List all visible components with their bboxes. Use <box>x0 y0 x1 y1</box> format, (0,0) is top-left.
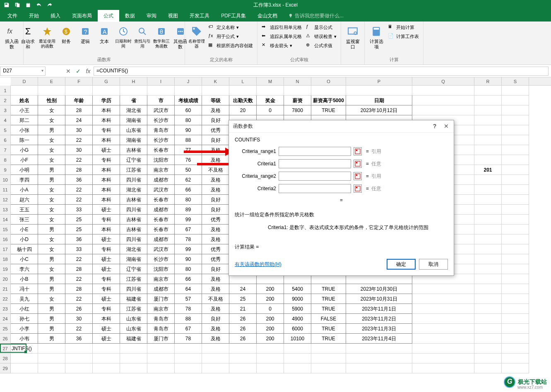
table-cell[interactable]: TRUE <box>311 105 346 115</box>
table-cell[interactable]: 良好 <box>202 135 229 145</box>
table-cell[interactable]: 2023年10月12日 <box>346 105 412 115</box>
table-cell[interactable]: 女 <box>38 145 65 155</box>
table-cell[interactable]: 78 <box>175 304 202 314</box>
table-cell[interactable]: 专科 <box>93 155 120 165</box>
redo-icon[interactable] <box>46 1 54 9</box>
table-cell[interactable]: 陈一 <box>11 135 38 145</box>
row-header[interactable]: 29 <box>0 363 11 373</box>
table-header-cell[interactable]: 姓名 <box>11 96 38 105</box>
table-cell[interactable]: 成都市 <box>147 284 175 294</box>
col-header[interactable]: H <box>120 77 147 85</box>
table-cell[interactable]: 吉林省 <box>120 145 147 155</box>
table-cell[interactable]: 80 <box>175 195 202 205</box>
table-cell[interactable]: 优秀 <box>202 125 229 135</box>
logical-button[interactable]: ?逻辑 <box>76 23 94 56</box>
col-header[interactable]: E <box>38 77 65 85</box>
table-cell[interactable]: 硕士 <box>93 334 120 344</box>
table-cell[interactable]: 及格 <box>202 274 229 284</box>
table-cell[interactable]: 吉林省 <box>120 225 147 234</box>
table-cell[interactable]: 30 <box>65 125 93 135</box>
table-cell[interactable]: 女 <box>38 155 65 165</box>
table-cell[interactable]: 硕士 <box>93 145 120 155</box>
table-header-cell[interactable]: 日期 <box>346 96 412 105</box>
table-cell[interactable]: 小红 <box>11 304 38 314</box>
row-header[interactable]: 22 <box>0 294 11 304</box>
table-cell[interactable]: 南京市 <box>147 274 175 284</box>
col-header[interactable]: L <box>229 77 257 85</box>
table-cell[interactable]: 硕士 <box>93 254 120 264</box>
table-cell[interactable]: 四川省 <box>120 205 147 215</box>
worksheet-grid[interactable]: DEFGHIJKLMNOPQRS123456789101112131415161… <box>0 77 551 86</box>
table-cell[interactable]: 22 <box>65 254 93 264</box>
table-cell[interactable]: 女 <box>38 264 65 274</box>
table-cell[interactable]: 25 <box>65 215 93 225</box>
table-cell[interactable]: 辽宁省 <box>120 155 147 165</box>
table-cell[interactable]: 24 <box>229 284 257 294</box>
eval-formula-button[interactable]: ⊕公式求值 <box>304 41 338 50</box>
table-header-cell[interactable]: 奖金 <box>257 96 284 105</box>
table-cell[interactable]: 山东省 <box>120 125 147 135</box>
create-names-button[interactable]: ▦根据所选内容创建 <box>207 41 255 50</box>
table-cell[interactable]: 长沙市 <box>147 135 175 145</box>
col-header[interactable]: D <box>11 77 38 85</box>
table-cell[interactable]: 沈阳市 <box>147 264 175 274</box>
table-cell[interactable]: 男 <box>38 274 65 284</box>
table-cell[interactable]: 78 <box>175 234 202 244</box>
table-cell[interactable]: 本科 <box>93 105 120 115</box>
table-cell[interactable]: TRUE <box>311 284 346 294</box>
row-header[interactable]: 17 <box>0 244 11 254</box>
tab-pagelayout[interactable]: 页面布局 <box>66 10 98 22</box>
table-cell[interactable]: TRUE <box>311 304 346 314</box>
table-cell[interactable]: 62 <box>175 175 202 185</box>
table-cell[interactable]: 专科 <box>93 274 120 284</box>
table-cell[interactable]: 杨十四 <box>11 244 38 254</box>
table-cell[interactable]: 20 <box>229 105 257 115</box>
table-cell[interactable]: 王五 <box>11 205 38 215</box>
table-cell[interactable]: 南京市 <box>147 304 175 314</box>
table-cell[interactable]: 沈阳市 <box>147 155 175 165</box>
row-header[interactable]: 3 <box>0 105 11 115</box>
table-cell[interactable]: 小C <box>11 254 38 264</box>
table-cell[interactable]: 良好 <box>202 195 229 205</box>
table-cell[interactable]: 优秀 <box>202 254 229 264</box>
table-cell[interactable]: 2023年11月1日 <box>346 304 412 314</box>
table-cell[interactable]: 66 <box>175 185 202 195</box>
row-header[interactable]: 9 <box>0 165 11 175</box>
undo-icon[interactable] <box>35 1 43 9</box>
table-cell[interactable]: 优秀 <box>202 244 229 254</box>
row-header[interactable]: 18 <box>0 254 11 264</box>
table-cell[interactable]: 及格 <box>202 234 229 244</box>
table-cell[interactable]: 郑二 <box>11 115 38 125</box>
row-header[interactable]: 15 <box>0 225 11 234</box>
name-manager-button[interactable]: 名称管理器 <box>188 23 206 56</box>
tab-pdf[interactable]: PDF工具集 <box>215 10 252 22</box>
table-cell[interactable]: 女 <box>38 105 65 115</box>
table-cell[interactable]: 成都市 <box>147 175 175 185</box>
table-cell[interactable]: 吉林省 <box>120 195 147 205</box>
range-picker-1[interactable] <box>354 147 362 155</box>
table-cell[interactable]: 男 <box>38 254 65 264</box>
table-cell[interactable]: 5400 <box>284 284 311 294</box>
calc-now-button[interactable]: 🖩开始计算 <box>386 23 421 31</box>
table-cell[interactable]: 22 <box>65 324 93 334</box>
row-header[interactable]: 27 <box>0 344 11 354</box>
row-header[interactable]: 11 <box>0 185 11 195</box>
table-cell[interactable]: 长春市 <box>147 215 175 225</box>
row-header[interactable]: 28 <box>0 354 11 363</box>
table-cell[interactable]: 本科 <box>93 135 120 145</box>
table-cell[interactable]: 青岛市 <box>147 324 175 334</box>
table-cell[interactable]: 女 <box>38 185 65 195</box>
criteria-range2-input[interactable] <box>279 172 351 181</box>
table-cell[interactable]: 福建省 <box>120 334 147 344</box>
table-header-cell[interactable]: 性别 <box>38 96 65 105</box>
trace-precedents-button[interactable]: ➡追踪引用单元格 <box>260 23 303 31</box>
watch-window-button[interactable]: 监视窗口 <box>344 23 362 62</box>
active-cell[interactable]: JNTIFS() <box>11 344 38 354</box>
table-cell[interactable]: 及格 <box>202 284 229 294</box>
col-header[interactable]: I <box>147 77 175 85</box>
table-cell[interactable]: 女 <box>38 244 65 254</box>
row-header[interactable]: 25 <box>0 324 11 334</box>
table-cell[interactable]: 江苏省 <box>120 165 147 175</box>
row-header[interactable]: 1 <box>0 86 11 96</box>
table-header-cell[interactable]: 出勤天数 <box>229 96 257 105</box>
